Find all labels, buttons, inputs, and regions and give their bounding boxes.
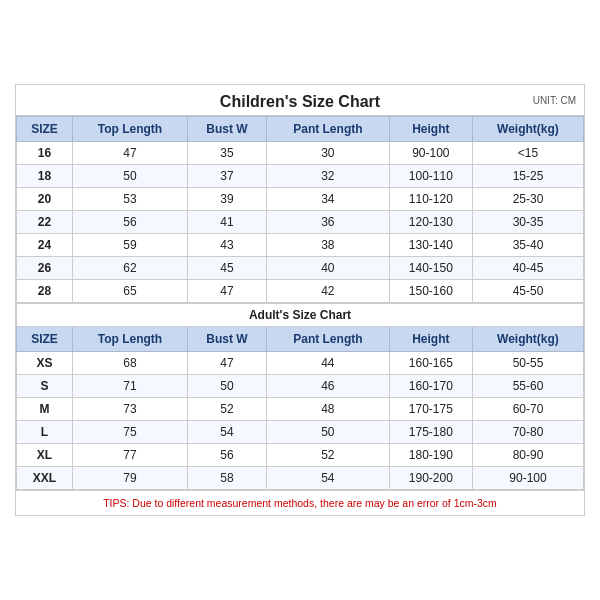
table-cell: 130-140 [389,234,472,257]
adult-col-pant-length: Pant Length [266,327,389,352]
col-pant-length: Pant Length [266,117,389,142]
children-table-body: 1647353090-100<1518503732100-11015-25205… [17,142,584,303]
table-cell: 52 [188,398,267,421]
table-cell: 68 [72,352,187,375]
table-cell: 79 [72,467,187,490]
table-cell: 26 [17,257,73,280]
table-cell: 47 [72,142,187,165]
table-row: 28654742150-16045-50 [17,280,584,303]
table-cell: 22 [17,211,73,234]
col-weight: Weight(kg) [472,117,583,142]
table-cell: 175-180 [389,421,472,444]
table-cell: XS [17,352,73,375]
table-cell: 18 [17,165,73,188]
table-cell: 110-120 [389,188,472,211]
table-cell: 24 [17,234,73,257]
table-cell: 48 [266,398,389,421]
table-cell: 30-35 [472,211,583,234]
table-cell: 54 [188,421,267,444]
table-cell: 75 [72,421,187,444]
children-size-table: SIZE Top Length Bust W Pant Length Heigh… [16,116,584,303]
table-cell: 58 [188,467,267,490]
table-cell: 37 [188,165,267,188]
table-cell: 38 [266,234,389,257]
table-cell: <15 [472,142,583,165]
table-cell: 150-160 [389,280,472,303]
table-row: S715046160-17055-60 [17,375,584,398]
table-cell: 80-90 [472,444,583,467]
table-row: 22564136120-13030-35 [17,211,584,234]
table-cell: 100-110 [389,165,472,188]
children-title-row: Children's Size Chart UNIT: CM [16,85,584,116]
table-cell: 53 [72,188,187,211]
table-row: XXL795854190-20090-100 [17,467,584,490]
table-cell: 20 [17,188,73,211]
table-cell: 73 [72,398,187,421]
table-cell: 55-60 [472,375,583,398]
table-row: M735248170-17560-70 [17,398,584,421]
table-cell: 47 [188,280,267,303]
table-cell: 15-25 [472,165,583,188]
table-cell: 50 [72,165,187,188]
adult-table-body: XS684744160-16550-55S715046160-17055-60M… [17,352,584,490]
table-cell: 40 [266,257,389,280]
adult-title-row: Adult's Size Chart [17,304,584,327]
col-bust-w: Bust W [188,117,267,142]
table-cell: L [17,421,73,444]
table-cell: 36 [266,211,389,234]
children-header-row: SIZE Top Length Bust W Pant Length Heigh… [17,117,584,142]
table-row: 1647353090-100<15 [17,142,584,165]
table-cell: 160-165 [389,352,472,375]
table-cell: 170-175 [389,398,472,421]
table-cell: 42 [266,280,389,303]
table-cell: S [17,375,73,398]
table-row: 24594338130-14035-40 [17,234,584,257]
adult-size-table: Adult's Size Chart SIZE Top Length Bust … [16,303,584,490]
adult-col-weight: Weight(kg) [472,327,583,352]
table-cell: 32 [266,165,389,188]
table-cell: 43 [188,234,267,257]
adult-col-bust-w: Bust W [188,327,267,352]
table-row: XL775652180-19080-90 [17,444,584,467]
table-cell: 52 [266,444,389,467]
table-row: 18503732100-11015-25 [17,165,584,188]
table-cell: 41 [188,211,267,234]
table-cell: 30 [266,142,389,165]
adult-col-top-length: Top Length [72,327,187,352]
table-cell: 140-150 [389,257,472,280]
table-row: L755450175-18070-80 [17,421,584,444]
table-cell: 45-50 [472,280,583,303]
table-cell: 70-80 [472,421,583,444]
table-cell: 54 [266,467,389,490]
table-cell: 62 [72,257,187,280]
table-cell: 90-100 [472,467,583,490]
table-cell: 90-100 [389,142,472,165]
table-cell: 35 [188,142,267,165]
adult-chart-title: Adult's Size Chart [17,304,584,327]
col-top-length: Top Length [72,117,187,142]
adult-section-header: Adult's Size Chart SIZE Top Length Bust … [17,304,584,352]
table-cell: 40-45 [472,257,583,280]
table-cell: 34 [266,188,389,211]
table-cell: 50 [188,375,267,398]
table-cell: 190-200 [389,467,472,490]
table-cell: M [17,398,73,421]
adult-header-row: SIZE Top Length Bust W Pant Length Heigh… [17,327,584,352]
adult-col-height: Height [389,327,472,352]
table-cell: 39 [188,188,267,211]
table-cell: 16 [17,142,73,165]
table-cell: 50-55 [472,352,583,375]
table-cell: 180-190 [389,444,472,467]
tips-text: TIPS: Due to different measurement metho… [16,490,584,515]
adult-col-size: SIZE [17,327,73,352]
table-cell: 44 [266,352,389,375]
table-cell: 46 [266,375,389,398]
children-chart-title: Children's Size Chart [220,93,380,110]
table-cell: 47 [188,352,267,375]
table-cell: 25-30 [472,188,583,211]
col-size: SIZE [17,117,73,142]
table-cell: XXL [17,467,73,490]
table-cell: 120-130 [389,211,472,234]
table-cell: 28 [17,280,73,303]
table-cell: 71 [72,375,187,398]
